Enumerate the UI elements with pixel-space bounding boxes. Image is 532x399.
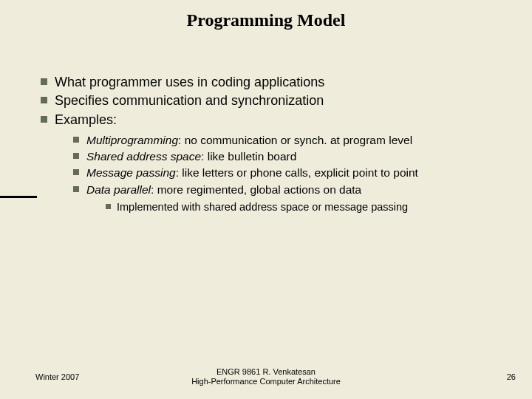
bullet-text: Data parallel: more regimented, global a… (86, 183, 361, 197)
bullet-text: Shared address space: like bulletin boar… (86, 149, 296, 164)
bullet-list-level1: What programmer uses in coding applicati… (41, 74, 514, 129)
term-desc: : like letters or phone calls, explicit … (176, 166, 418, 179)
bullet-text: Examples: (55, 112, 117, 129)
square-bullet-icon (106, 204, 111, 209)
italic-term: Multiprogramming (86, 134, 178, 146)
list-item: Shared address space: like bulletin boar… (73, 149, 514, 164)
accent-line (0, 196, 37, 198)
slide-title: Programming Model (0, 0, 532, 30)
slide-content: What programmer uses in coding applicati… (41, 74, 514, 214)
list-item: Message passing: like letters or phone c… (73, 166, 514, 180)
italic-term: Message passing (86, 166, 176, 179)
square-bullet-icon (73, 153, 79, 159)
square-bullet-icon (73, 186, 79, 192)
footer-term: Winter 2007 (35, 372, 79, 381)
bullet-text: What programmer uses in coding applicati… (55, 74, 324, 91)
italic-term: Shared address space (86, 150, 201, 163)
slide-number: 26 (507, 372, 516, 381)
term-desc: : more regimented, global actions on dat… (151, 183, 361, 196)
list-item: What programmer uses in coding applicati… (41, 74, 514, 91)
slide-footer: Winter 2007 ENGR 9861 R. Venkatesan High… (0, 367, 532, 388)
square-bullet-icon (41, 78, 47, 85)
bullet-list-level2: Multiprogramming: no communication or sy… (73, 133, 514, 197)
bullet-text: Message passing: like letters or phone c… (86, 166, 418, 180)
list-item: Specifies communication and synchronizat… (41, 92, 514, 109)
list-item: Implemented with shared address space or… (106, 200, 514, 214)
bullet-text: Multiprogramming: no communication or sy… (86, 133, 412, 148)
square-bullet-icon (73, 169, 79, 175)
bullet-list-level3: Implemented with shared address space or… (106, 200, 514, 214)
footer-line2: High-Performance Computer Architecture (191, 377, 341, 386)
italic-term: Data parallel (86, 183, 151, 196)
bullet-text: Implemented with shared address space or… (117, 200, 408, 214)
term-desc: : like bulletin board (201, 150, 296, 163)
square-bullet-icon (41, 97, 47, 103)
term-desc: : no communication or synch. at program … (178, 134, 412, 146)
footer-course: ENGR 9861 R. Venkatesan High-Performance… (0, 367, 532, 388)
square-bullet-icon (73, 137, 79, 143)
square-bullet-icon (41, 116, 47, 123)
footer-line1: ENGR 9861 R. Venkatesan (216, 367, 316, 376)
list-item: Data parallel: more regimented, global a… (73, 183, 514, 197)
bullet-text: Specifies communication and synchronizat… (55, 92, 324, 109)
list-item: Multiprogramming: no communication or sy… (73, 133, 514, 148)
list-item: Examples: (41, 112, 514, 129)
